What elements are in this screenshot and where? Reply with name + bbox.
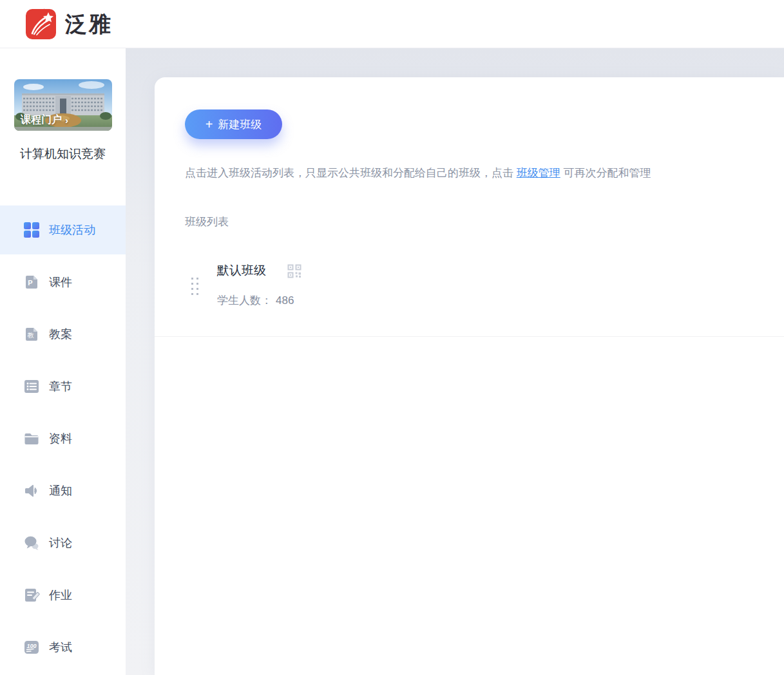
svg-text:100: 100 <box>26 643 36 649</box>
course-portal-link[interactable]: 课程门户 › <box>21 113 68 127</box>
description-text-before: 点击进入班级活动列表，只显示公共班级和分配给自己的班级，点击 <box>185 167 517 179</box>
sidebar-item-label: 通知 <box>49 483 72 499</box>
class-list-label: 班级列表 <box>185 214 229 229</box>
svg-text:教: 教 <box>28 332 34 339</box>
sidebar-item-label: 考试 <box>49 640 72 655</box>
sidebar-item-discussion[interactable]: 讨论 <box>0 518 126 567</box>
class-row[interactable]: 默认班级 学生人数：486 <box>185 258 784 316</box>
sidebar-item-label: 班级活动 <box>49 222 95 238</box>
row-divider <box>155 336 784 337</box>
course-sidebar: 课程门户 › 计算机知识竞赛 班级活动 P 课件 <box>0 48 126 675</box>
grid-icon <box>23 222 40 238</box>
student-count-label: 学生人数： <box>217 294 272 307</box>
sidebar-item-label: 教案 <box>49 327 72 342</box>
class-name[interactable]: 默认班级 <box>217 262 266 279</box>
exam-100-icon: 100 <box>23 639 40 656</box>
lesson-plan-doc-icon: 教 <box>23 326 40 343</box>
notice-speaker-icon <box>23 482 40 499</box>
materials-folder-icon <box>23 430 40 447</box>
sidebar-item-label: 课件 <box>49 274 72 290</box>
svg-text:P: P <box>28 279 32 287</box>
course-portal-banner[interactable]: 课程门户 › <box>14 79 112 131</box>
sidebar-item-notice[interactable]: 通知 <box>0 466 126 515</box>
drag-handle-icon[interactable] <box>191 278 198 295</box>
new-class-button[interactable]: + 新建班级 <box>185 109 282 139</box>
chevron-right-icon: › <box>65 115 68 126</box>
fanya-logo-icon <box>26 9 56 39</box>
sidebar-item-label: 作业 <box>49 587 72 603</box>
student-count-value: 486 <box>276 294 294 307</box>
course-title: 计算机知识竞赛 <box>0 144 126 164</box>
sidebar-item-materials[interactable]: 资料 <box>0 414 126 463</box>
sidebar-item-courseware[interactable]: P 课件 <box>0 258 126 307</box>
new-class-button-label: 新建班级 <box>218 117 262 132</box>
sidebar-item-exam[interactable]: 100 考试 <box>0 623 126 672</box>
sidebar-item-lesson-plan[interactable]: 教 教案 <box>0 310 126 359</box>
qr-code-icon[interactable] <box>287 264 301 278</box>
discussion-chat-icon <box>23 535 40 551</box>
sidebar-item-label: 章节 <box>49 379 72 394</box>
brand-name: 泛雅 <box>65 10 113 39</box>
content-card: + 新建班级 点击进入班级活动列表，只显示公共班级和分配给自己的班级，点击 班级… <box>155 77 784 675</box>
sidebar-item-chapters[interactable]: 章节 <box>0 362 126 411</box>
main-background: + 新建班级 点击进入班级活动列表，只显示公共班级和分配给自己的班级，点击 班级… <box>126 48 784 675</box>
courseware-doc-icon: P <box>23 274 40 290</box>
class-list-description: 点击进入班级活动列表，只显示公共班级和分配给自己的班级，点击 班级管理 可再次分… <box>185 166 765 181</box>
course-portal-label: 课程门户 <box>21 113 62 127</box>
chapters-list-icon <box>23 378 40 395</box>
plus-icon: + <box>206 118 213 131</box>
class-manage-link[interactable]: 班级管理 <box>517 167 560 179</box>
sidebar-menu: 班级活动 P 课件 教 教案 <box>0 205 126 675</box>
student-count: 学生人数：486 <box>217 293 294 308</box>
sidebar-item-homework[interactable]: 作业 <box>0 571 126 620</box>
brand-logo[interactable]: 泛雅 <box>26 9 113 39</box>
sidebar-item-label: 讨论 <box>49 535 72 551</box>
homework-pencil-icon <box>23 587 40 604</box>
sidebar-item-label: 资料 <box>49 431 72 446</box>
sidebar-item-class-activity[interactable]: 班级活动 <box>0 205 126 254</box>
description-text-after: 可再次分配和管理 <box>560 167 651 179</box>
top-header: 泛雅 <box>0 0 784 48</box>
